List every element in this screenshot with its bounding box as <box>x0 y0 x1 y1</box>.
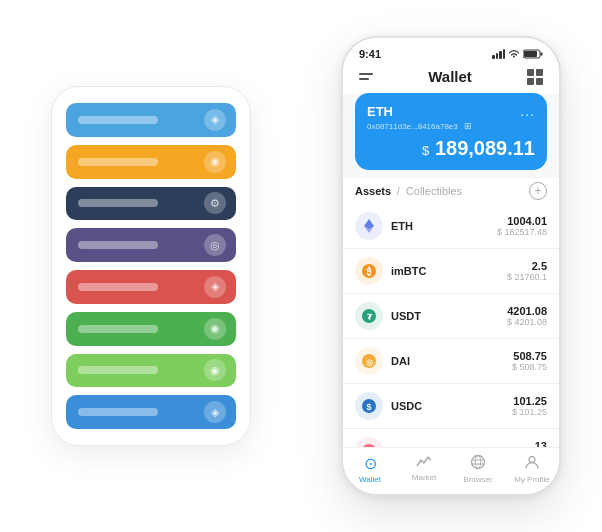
status-icons <box>492 49 543 59</box>
usdc-amounts: 101.25 $ 101.25 <box>512 395 547 417</box>
usdc-icon: $ <box>355 392 383 420</box>
main-phone: 9:41 <box>341 36 561 496</box>
asset-item-tft[interactable]: 🌱 TFT 13 0 <box>343 429 559 447</box>
tft-amounts: 13 0 <box>535 440 547 447</box>
svg-rect-2 <box>524 51 537 57</box>
usdc-name: USDC <box>391 400 512 412</box>
scene: ◈ ◉ ⚙ ◎ ◈ ◉ ◉ ◈ <box>21 16 581 516</box>
eth-card[interactable]: ETH ... 0x08711d3e...8416a78e3 ⊞ $ 189,0… <box>355 93 547 170</box>
usdt-icon: ₮ <box>355 302 383 330</box>
card-row-icon: ⚙ <box>204 192 226 214</box>
nav-market[interactable]: Market <box>397 454 451 484</box>
dai-name: DAI <box>391 355 512 367</box>
card-row-icon: ◉ <box>204 318 226 340</box>
svg-point-19 <box>529 457 535 463</box>
card-row-icon: ◉ <box>204 151 226 173</box>
card-row-icon: ◈ <box>204 276 226 298</box>
market-nav-icon <box>416 454 432 471</box>
eth-amount: 1004.01 <box>497 215 547 227</box>
eth-more-icon[interactable]: ... <box>520 103 535 119</box>
card-row: ◎ <box>66 228 236 262</box>
nav-wallet[interactable]: ⊙ Wallet <box>343 454 397 484</box>
usdc-usd: $ 101.25 <box>512 407 547 417</box>
expand-icon[interactable] <box>527 69 543 85</box>
svg-text:$: $ <box>366 402 371 412</box>
card-row-icon: ◈ <box>204 109 226 131</box>
svg-point-15 <box>472 456 485 469</box>
card-stack-phone: ◈ ◉ ⚙ ◎ ◈ ◉ ◉ ◈ <box>51 86 251 446</box>
imbtc-amount: 2.5 <box>507 260 547 272</box>
eth-card-header: ETH ... <box>367 103 535 119</box>
card-row-icon: ◎ <box>204 234 226 256</box>
assets-header: Assets / Collectibles + <box>343 178 559 204</box>
usdt-name: USDT <box>391 310 507 322</box>
dai-amounts: 508.75 $ 508.75 <box>512 350 547 372</box>
dai-amount: 508.75 <box>512 350 547 362</box>
eth-usd: $ 162517.48 <box>497 227 547 237</box>
eth-label: ETH <box>367 104 393 119</box>
card-row: ⚙ <box>66 187 236 221</box>
top-nav: Wallet <box>343 64 559 93</box>
asset-item-usdt[interactable]: ₮ USDT 4201.08 $ 4201.08 <box>343 294 559 339</box>
card-row-icon: ◈ <box>204 401 226 423</box>
asset-item-dai[interactable]: ◎ DAI 508.75 $ 508.75 <box>343 339 559 384</box>
card-row: ◈ <box>66 103 236 137</box>
menu-icon[interactable] <box>359 73 373 80</box>
tft-icon: 🌱 <box>355 437 383 447</box>
wallet-nav-label: Wallet <box>359 475 381 484</box>
asset-item-eth[interactable]: ETH 1004.01 $ 162517.48 <box>343 204 559 249</box>
card-row: ◈ <box>66 270 236 304</box>
browser-nav-label: Browser <box>463 475 492 484</box>
dai-icon: ◎ <box>355 347 383 375</box>
profile-nav-label: My Profile <box>514 475 550 484</box>
eth-icon <box>355 212 383 240</box>
asset-list: ETH 1004.01 $ 162517.48 ₿ imBTC 2.5 $ 21… <box>343 204 559 447</box>
card-row: ◉ <box>66 354 236 388</box>
assets-tab-active[interactable]: Assets <box>355 185 391 197</box>
market-nav-label: Market <box>412 473 436 482</box>
copy-icon: ⊞ <box>464 121 472 131</box>
usdc-amount: 101.25 <box>512 395 547 407</box>
status-bar: 9:41 <box>343 38 559 64</box>
nav-profile[interactable]: My Profile <box>505 454 559 484</box>
asset-item-usdc[interactable]: $ USDC 101.25 $ 101.25 <box>343 384 559 429</box>
svg-text:◎: ◎ <box>366 358 373 367</box>
status-time: 9:41 <box>359 48 381 60</box>
assets-tabs: Assets / Collectibles <box>355 185 462 197</box>
usdt-usd: $ 4201.08 <box>507 317 547 327</box>
card-row: ◉ <box>66 312 236 346</box>
usdt-amount: 4201.08 <box>507 305 547 317</box>
svg-point-16 <box>475 456 481 469</box>
profile-nav-icon <box>524 454 540 473</box>
usdt-amounts: 4201.08 $ 4201.08 <box>507 305 547 327</box>
bottom-nav: ⊙ Wallet Market Browser My Profile <box>343 447 559 494</box>
card-row: ◈ <box>66 395 236 429</box>
asset-item-imbtc[interactable]: ₿ imBTC 2.5 $ 21760.1 <box>343 249 559 294</box>
eth-address: 0x08711d3e...8416a78e3 ⊞ <box>367 121 535 131</box>
eth-name: ETH <box>391 220 497 232</box>
assets-tab-collectibles[interactable]: Collectibles <box>406 185 462 197</box>
dai-usd: $ 508.75 <box>512 362 547 372</box>
battery-icon <box>523 49 543 59</box>
assets-tab-separator: / <box>397 186 400 197</box>
imbtc-icon: ₿ <box>355 257 383 285</box>
wallet-nav-icon: ⊙ <box>364 454 377 473</box>
imbtc-amounts: 2.5 $ 21760.1 <box>507 260 547 282</box>
imbtc-usd: $ 21760.1 <box>507 272 547 282</box>
nav-browser[interactable]: Browser <box>451 454 505 484</box>
card-row: ◉ <box>66 145 236 179</box>
nav-title: Wallet <box>428 68 472 85</box>
browser-nav-icon <box>470 454 486 473</box>
eth-balance: $ 189,089.11 <box>367 137 535 160</box>
add-asset-button[interactable]: + <box>529 182 547 200</box>
eth-amounts: 1004.01 $ 162517.48 <box>497 215 547 237</box>
card-row-icon: ◉ <box>204 359 226 381</box>
tft-amount: 13 <box>535 440 547 447</box>
wifi-icon <box>508 49 520 59</box>
signal-bars-icon <box>492 49 505 59</box>
svg-rect-1 <box>541 53 543 56</box>
imbtc-name: imBTC <box>391 265 507 277</box>
